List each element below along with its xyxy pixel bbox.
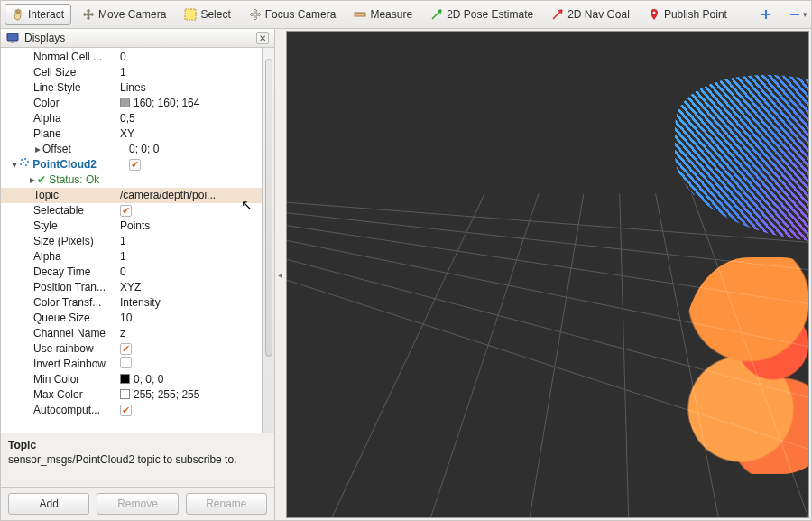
displays-panel: Displays ✕ Normal Cell ...0Cell Size1Lin…	[1, 29, 275, 520]
expander-icon[interactable]: ▸	[33, 142, 42, 157]
property-value[interactable]: 0; 0; 0	[129, 142, 258, 157]
select-icon	[184, 8, 197, 21]
plus-icon[interactable]	[760, 8, 772, 21]
property-row[interactable]: Queue Size10	[1, 311, 262, 326]
focus-icon	[249, 8, 262, 21]
property-row[interactable]: ▸Offset0; 0; 0	[1, 142, 262, 157]
property-value[interactable]: 0,5	[120, 111, 258, 126]
property-row[interactable]: Normal Cell ...0	[1, 50, 262, 65]
focus-camera-button[interactable]: Focus Camera	[242, 4, 344, 25]
property-value[interactable]: 10	[120, 311, 258, 326]
property-value[interactable]: 1	[120, 234, 258, 249]
panel-button-row: Add Remove Rename	[1, 487, 274, 520]
property-label: ✔ Status: Ok	[37, 172, 129, 188]
property-label: Plane	[33, 126, 120, 142]
property-label: Normal Cell ...	[33, 50, 120, 65]
property-value[interactable]: 0	[120, 265, 258, 280]
select-label: Select	[200, 8, 230, 21]
property-label: Min Color	[33, 372, 120, 387]
property-row[interactable]: PlaneXY	[1, 126, 262, 142]
checkbox[interactable]	[120, 343, 132, 355]
property-row[interactable]: Invert Rainbow	[1, 357, 262, 372]
interact-button[interactable]: Interact	[5, 4, 71, 25]
property-label: Color	[33, 96, 120, 111]
property-row[interactable]: Line StyleLines	[1, 80, 262, 96]
move-camera-label: Move Camera	[98, 8, 166, 21]
nav-2d-button[interactable]: 2D Nav Goal	[544, 4, 637, 25]
property-label: PointCloud2	[19, 157, 129, 172]
expander-icon[interactable]: ▸	[28, 172, 37, 188]
checkbox[interactable]	[129, 159, 141, 171]
property-value[interactable]: 0	[120, 50, 258, 65]
measure-button[interactable]: Measure	[346, 4, 420, 25]
property-label: Size (Pixels)	[33, 234, 120, 249]
publish-point-button[interactable]: Publish Point	[641, 4, 734, 25]
move-camera-button[interactable]: Move Camera	[75, 4, 173, 25]
property-value[interactable]: 0; 0; 0	[120, 372, 258, 387]
property-tree[interactable]: Normal Cell ...0Cell Size1Line StyleLine…	[1, 48, 262, 433]
property-value[interactable]: XYZ	[120, 280, 258, 295]
rename-button[interactable]: Rename	[186, 493, 267, 515]
property-row[interactable]: Selectable	[1, 203, 262, 219]
property-label: Channel Name	[33, 326, 120, 341]
monitor-icon	[6, 32, 19, 44]
property-row[interactable]: StylePoints	[1, 219, 262, 234]
pose-2d-button[interactable]: 2D Pose Estimate	[423, 4, 540, 25]
property-value[interactable]: Lines	[120, 80, 258, 96]
property-value[interactable]: 1	[120, 249, 258, 265]
checkbox[interactable]	[120, 357, 132, 368]
checkbox[interactable]	[120, 205, 132, 217]
remove-button[interactable]: Remove	[97, 493, 178, 515]
property-row[interactable]: Min Color0; 0; 0	[1, 372, 262, 387]
property-row[interactable]: Size (Pixels)1	[1, 234, 262, 249]
interact-label: Interact	[28, 8, 64, 21]
property-label: Style	[33, 219, 120, 234]
property-value[interactable]: Points	[120, 219, 258, 234]
chevron-left-icon: ◂	[278, 270, 282, 280]
property-label: Color Transf...	[33, 295, 120, 311]
property-row[interactable]: Topic/camera/depth/poi...	[1, 188, 262, 203]
property-row[interactable]: ▾ PointCloud2	[1, 157, 262, 172]
property-row[interactable]: Position Tran...XYZ	[1, 280, 262, 295]
property-value[interactable]: z	[120, 326, 258, 341]
panel-close-button[interactable]: ✕	[256, 32, 269, 44]
property-row[interactable]: Channel Namez	[1, 326, 262, 341]
checkbox[interactable]	[120, 405, 132, 416]
property-row[interactable]: Max Color255; 255; 255	[1, 387, 262, 403]
minus-icon[interactable]	[789, 8, 801, 21]
color-swatch	[120, 374, 130, 384]
add-button[interactable]: Add	[8, 493, 89, 515]
focus-camera-label: Focus Camera	[265, 8, 337, 21]
property-value[interactable]: 160; 160; 164	[120, 96, 258, 111]
expander-icon[interactable]: ▾	[10, 157, 19, 172]
property-value[interactable]: Intensity	[120, 295, 258, 311]
property-value[interactable]	[120, 403, 258, 418]
property-row[interactable]: Alpha0,5	[1, 111, 262, 126]
property-row[interactable]: Color Transf...Intensity	[1, 295, 262, 311]
select-button[interactable]: Select	[177, 4, 237, 25]
property-row[interactable]: Use rainbow	[1, 341, 262, 357]
property-value[interactable]	[120, 203, 258, 219]
minus-dropdown-icon[interactable]: ▾	[803, 10, 807, 19]
property-value[interactable]: XY	[120, 126, 258, 142]
property-value[interactable]: /camera/depth/poi...	[120, 188, 258, 203]
svg-rect-4	[11, 42, 14, 43]
property-row[interactable]: Cell Size1	[1, 65, 262, 80]
property-row[interactable]: Color160; 160; 164	[1, 96, 262, 111]
property-row[interactable]: Autocomput...	[1, 403, 262, 418]
property-label: Cell Size	[33, 65, 120, 80]
property-value[interactable]: 255; 255; 255	[120, 387, 258, 403]
pose-2d-label: 2D Pose Estimate	[447, 8, 533, 21]
property-value[interactable]	[120, 341, 258, 357]
property-value[interactable]	[129, 157, 258, 172]
property-row[interactable]: ▸✔ Status: Ok	[1, 172, 262, 188]
3d-view[interactable]	[286, 31, 809, 518]
property-row[interactable]: Decay Time0	[1, 265, 262, 280]
property-value[interactable]: 1	[120, 65, 258, 80]
property-row[interactable]: Alpha1	[1, 249, 262, 265]
tree-scrollbar[interactable]	[262, 48, 274, 433]
panel-collapse-gutter[interactable]: ◂	[275, 29, 284, 520]
property-value[interactable]	[120, 357, 258, 373]
description-box: Topic sensor_msgs/PointCloud2 topic to s…	[1, 433, 274, 487]
displays-panel-title[interactable]: Displays ✕	[1, 29, 274, 48]
